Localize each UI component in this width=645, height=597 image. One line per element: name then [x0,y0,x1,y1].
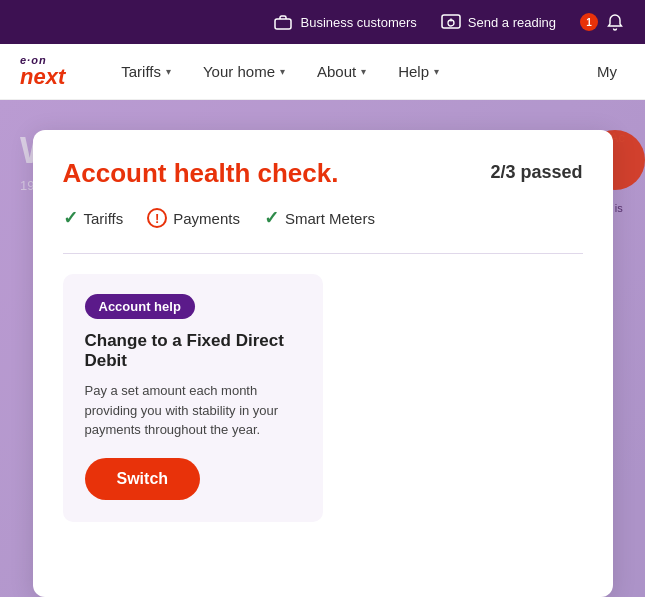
nav-help-label: Help [398,63,429,80]
nav-about[interactable]: About ▾ [301,44,382,100]
warning-icon: ! [147,208,167,228]
nav-your-home[interactable]: Your home ▾ [187,44,301,100]
svg-rect-0 [275,19,291,29]
check-tariffs: ✓ Tariffs [63,207,124,229]
nav-help[interactable]: Help ▾ [382,44,455,100]
card-title: Change to a Fixed Direct Debit [85,331,301,371]
nav-tariffs[interactable]: Tariffs ▾ [105,44,187,100]
bell-icon [605,12,625,32]
send-reading-link[interactable]: Send a reading [441,12,556,32]
modal-passed-count: 2/3 passed [490,158,582,183]
nav-your-home-label: Your home [203,63,275,80]
check-tariffs-label: Tariffs [84,210,124,227]
card-badge: Account help [85,294,195,319]
check-payments-label: Payments [173,210,240,227]
nav-about-label: About [317,63,356,80]
nav-bar: e·on next Tariffs ▾ Your home ▾ About ▾ … [0,44,645,100]
send-reading-label: Send a reading [468,15,556,30]
logo[interactable]: e·on next [20,55,65,88]
check-smart-meters-label: Smart Meters [285,210,375,227]
nav-tariffs-label: Tariffs [121,63,161,80]
notification-count: 1 [580,13,598,31]
check-items-row: ✓ Tariffs ! Payments ✓ Smart Meters [63,207,583,229]
chevron-down-icon: ▾ [166,66,171,77]
chevron-down-icon: ▾ [434,66,439,77]
card-description: Pay a set amount each month providing yo… [85,381,301,440]
modal-divider [63,253,583,254]
health-check-modal: Account health check. 2/3 passed ✓ Tarif… [33,130,613,597]
logo-next-text: next [20,66,65,88]
account-help-card: Account help Change to a Fixed Direct De… [63,274,323,522]
chevron-down-icon: ▾ [361,66,366,77]
top-bar: Business customers Send a reading 1 [0,0,645,44]
nav-my[interactable]: My [589,63,625,80]
switch-button[interactable]: Switch [85,458,201,500]
business-customers-label: Business customers [300,15,416,30]
chevron-down-icon: ▾ [280,66,285,77]
modal-title: Account health check. [63,158,339,189]
briefcase-icon [273,12,293,32]
check-payments: ! Payments [147,208,240,228]
meter-icon [441,12,461,32]
check-pass-icon-2: ✓ [264,207,279,229]
modal-overlay: Account health check. 2/3 passed ✓ Tarif… [0,100,645,597]
notification-bell[interactable]: 1 [580,12,625,32]
check-pass-icon: ✓ [63,207,78,229]
modal-header: Account health check. 2/3 passed [63,158,583,189]
nav-items: Tariffs ▾ Your home ▾ About ▾ Help ▾ [105,44,589,100]
check-smart-meters: ✓ Smart Meters [264,207,375,229]
business-customers-link[interactable]: Business customers [273,12,416,32]
nav-my-label: My [597,63,617,80]
